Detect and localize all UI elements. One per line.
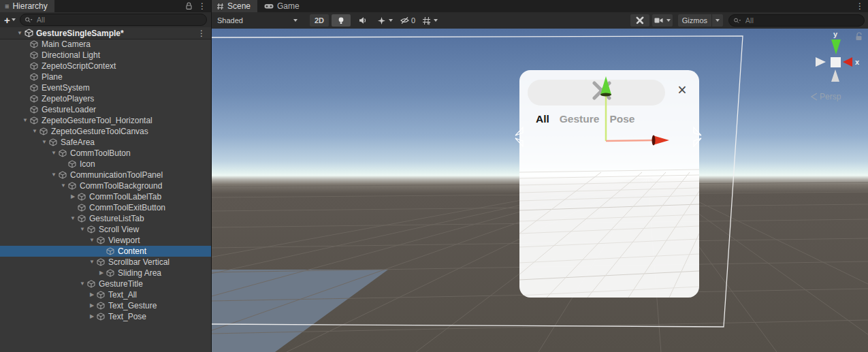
hierarchy-search-field[interactable]	[20, 14, 207, 26]
hierarchy-tree-item[interactable]: ▶ Text_Gesture	[0, 300, 211, 311]
hierarchy-tree-item[interactable]: Icon	[0, 159, 211, 170]
expand-arrow-icon[interactable]: ▶	[97, 268, 106, 278]
hierarchy-tree-item[interactable]: Directional Light	[0, 50, 211, 61]
gameobject-cube-icon	[59, 149, 67, 157]
anchor-handle-right[interactable]	[694, 127, 701, 146]
tab-scene[interactable]: Scene	[212, 0, 257, 12]
orientation-down-cone[interactable]	[831, 69, 839, 82]
expand-arrow-icon[interactable]: ▼	[87, 257, 97, 268]
hierarchy-tree-item[interactable]: ▼ Scroll View	[0, 224, 211, 235]
scene-viewport[interactable]: × All Gesture Pose	[212, 29, 868, 352]
expand-arrow-icon[interactable]: ▼	[49, 148, 59, 159]
hierarchy-tree-item[interactable]: EventSystem	[0, 82, 211, 93]
hierarchy-tree-item[interactable]: GestureLoader	[0, 104, 211, 115]
scene-camera-button[interactable]	[652, 14, 673, 27]
expand-arrow-icon[interactable]: ▶	[68, 191, 78, 202]
scene-visibility-button[interactable]: 0	[398, 14, 417, 27]
scene-lighting-button[interactable]	[332, 14, 351, 27]
hierarchy-tree-item[interactable]: ▶ CommToolLabelTab	[0, 191, 211, 202]
scene-audio-button[interactable]	[353, 14, 372, 27]
hierarchy-item-label: CommToolBackground	[80, 181, 162, 191]
orientation-left-cone[interactable]	[816, 57, 826, 67]
component-tools-button[interactable]	[630, 14, 649, 27]
hierarchy-tree-item[interactable]: ▼ Scrollbar Vertical	[0, 257, 211, 268]
expand-arrow-icon[interactable]: ▼	[68, 213, 78, 224]
hierarchy-tree-item[interactable]: ▼ GestureTitle	[0, 278, 211, 289]
axis-y-arrow[interactable]	[600, 76, 611, 95]
axis-x-arrow[interactable]	[653, 135, 669, 145]
hierarchy-tree-item[interactable]: ▼ SafeArea	[0, 137, 211, 148]
hierarchy-tree-item[interactable]: ▶ Text_Pose	[0, 311, 211, 322]
expand-arrow-icon[interactable]: ▼	[49, 170, 59, 180]
expand-arrow-icon[interactable]: ▶	[87, 311, 97, 322]
hierarchy-tree-item[interactable]: CommToolExitButton	[0, 202, 211, 213]
scene-menu-kebab-icon[interactable]: ⋮	[197, 29, 211, 37]
create-object-button[interactable]: +	[0, 15, 12, 25]
gameobject-cube-icon	[106, 247, 114, 255]
gizmos-label: Gizmos	[678, 16, 711, 25]
anchor-handle-left[interactable]	[515, 127, 523, 146]
effects-caret-icon[interactable]	[389, 19, 393, 22]
gameobject-cube-icon	[68, 182, 76, 190]
hierarchy-menu-kebab-icon[interactable]: ⋮	[198, 2, 206, 10]
hierarchy-tree-item[interactable]: ▶ Text_All	[0, 289, 211, 300]
hierarchy-tree-item[interactable]: Main Camera	[0, 39, 211, 50]
expand-arrow-icon[interactable]: ▼	[78, 224, 87, 235]
expand-arrow-icon[interactable]: ▶	[87, 289, 97, 300]
hierarchy-tree-item[interactable]: ▼ ZepetoGestureTool_Horizontal	[0, 115, 211, 126]
scene-search-input[interactable]	[744, 16, 860, 25]
viewport-lock-icon[interactable]	[856, 33, 862, 40]
axis-x-label: x	[855, 58, 860, 66]
gameobject-cube-icon	[49, 138, 57, 146]
hierarchy-tree-item[interactable]: ▼ ZepetoGestureToolCanvas	[0, 126, 211, 137]
lock-icon[interactable]	[185, 2, 193, 10]
scene-effects-button[interactable]	[375, 14, 395, 27]
scene-window-kebab-icon[interactable]: ⋮	[856, 2, 868, 10]
hierarchy-tree-item[interactable]: ▼ CommunicationToolPanel	[0, 170, 211, 180]
hierarchy-tree-item[interactable]: ZepetoScriptContext	[0, 61, 211, 71]
expand-arrow-icon[interactable]: ▼	[20, 115, 30, 126]
tab-hierarchy[interactable]: ≡ Hierarchy	[0, 0, 54, 12]
hierarchy-search-input[interactable]	[35, 15, 202, 25]
hierarchy-tree-item[interactable]: ▼ GestureListTab	[0, 213, 211, 224]
projection-label[interactable]: Persp	[820, 92, 841, 101]
scene-grid-visibility-button[interactable]	[420, 14, 440, 27]
game-tab-label: Game	[277, 1, 300, 11]
expand-arrow-icon[interactable]: ▼	[30, 126, 39, 137]
tab-game[interactable]: Game	[257, 0, 306, 12]
orientation-x-cone[interactable]	[843, 57, 852, 67]
gizmos-dropdown[interactable]: Gizmos	[678, 14, 723, 27]
gameobject-cube-icon	[87, 225, 95, 234]
camera-caret-icon[interactable]	[666, 19, 671, 22]
hierarchy-item-label: CommToolExitButton	[89, 203, 165, 212]
orientation-center-cube[interactable]	[831, 57, 841, 67]
hierarchy-tree-item[interactable]: Content	[0, 246, 211, 257]
expand-arrow-icon[interactable]: ▼	[87, 235, 97, 246]
scene-asset-header[interactable]: ▼ GestureSingleSample* ⋮	[0, 27, 211, 39]
expand-arrow-icon[interactable]: ▶	[87, 300, 97, 311]
draw-mode-caret-icon	[293, 19, 298, 22]
orientation-y-cone[interactable]	[831, 39, 841, 54]
gameobject-cube-icon	[30, 116, 38, 125]
hierarchy-tree-item[interactable]: ▶ Sliding Area	[0, 268, 211, 278]
gameobject-cube-icon	[78, 193, 86, 201]
hierarchy-tree-item[interactable]: ZepetoPlayers	[0, 93, 211, 104]
toggle-2d-button[interactable]: 2D	[310, 14, 329, 27]
hierarchy-tree: Main Camera Directional Light ZepetoScri…	[0, 39, 211, 322]
hierarchy-tree-item[interactable]: Plane	[0, 71, 211, 82]
hierarchy-tree-item[interactable]: ▼ CommToolBackground	[0, 180, 211, 191]
scene-search-field[interactable]	[728, 14, 865, 27]
expand-arrow-icon[interactable]: ▼	[78, 278, 87, 289]
hierarchy-tree-item[interactable]: ▼ CommToolButon	[0, 148, 211, 159]
axis-x-line	[606, 140, 654, 141]
draw-mode-dropdown[interactable]: Shaded	[213, 14, 303, 27]
scene-expand-arrow-icon[interactable]: ▼	[15, 30, 25, 36]
hierarchy-tree-item[interactable]: ▼ Viewport	[0, 235, 211, 246]
lightbulb-icon	[337, 16, 345, 25]
expand-arrow-icon[interactable]: ▼	[59, 180, 68, 191]
hierarchy-item-label: CommToolLabelTab	[89, 192, 161, 202]
create-dropdown-caret-icon[interactable]	[12, 18, 16, 21]
expand-arrow-icon[interactable]: ▼	[39, 137, 49, 148]
axis-x-arrow-base	[652, 135, 656, 146]
grid-caret-icon[interactable]	[434, 19, 438, 22]
